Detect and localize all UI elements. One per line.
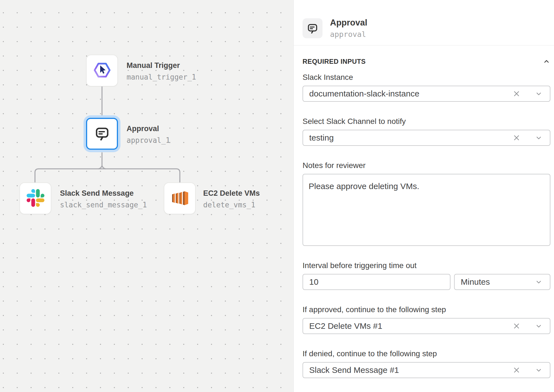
node-manual-trigger[interactable] (86, 55, 118, 86)
notes-label: Notes for reviewer (303, 161, 550, 170)
notes-textarea[interactable]: Please approve deleting VMs. (303, 174, 550, 246)
clear-icon[interactable] (513, 366, 520, 374)
node-label-manual-trigger: Manual Trigger manual_trigger_1 (127, 62, 196, 81)
node-title: EC2 Delete VMs (203, 189, 260, 198)
clear-icon[interactable] (513, 322, 520, 330)
node-title: Approval (127, 125, 170, 133)
node-id: delete_vms_1 (203, 201, 260, 209)
panel-title: Approval (330, 18, 367, 27)
step-config-panel: Approval approval REQUIRED INPUTS Slack … (293, 0, 554, 392)
chevron-down-icon[interactable] (535, 90, 543, 98)
slack-instance-label: Slack Instance (303, 73, 550, 82)
slack-instance-value: documentation-slack-instance (309, 89, 513, 98)
node-slack-send-message[interactable] (19, 182, 51, 214)
slack-channel-select[interactable]: testing (303, 130, 550, 146)
clear-icon[interactable] (513, 90, 520, 98)
interval-label: Interval before triggering time out (303, 261, 550, 270)
slack-icon (27, 189, 44, 208)
node-approval[interactable] (86, 118, 118, 150)
slack-channel-value: testing (309, 133, 513, 142)
workflow-builder-app: Manual Trigger manual_trigger_1 Approval… (0, 0, 554, 392)
if-approved-step-select[interactable]: EC2 Delete VMs #1 (303, 318, 550, 334)
slack-instance-select[interactable]: documentation-slack-instance (303, 86, 550, 102)
workflow-canvas[interactable]: Manual Trigger manual_trigger_1 Approval… (0, 0, 293, 392)
interval-unit-value: Minutes (461, 277, 535, 287)
node-label-approval: Approval approval_1 (127, 125, 170, 144)
interval-unit-select[interactable]: Minutes (454, 274, 550, 290)
interval-row: Minutes (303, 274, 550, 290)
chevron-down-icon[interactable] (535, 322, 543, 330)
node-title: Manual Trigger (127, 62, 196, 70)
node-id: manual_trigger_1 (127, 73, 196, 81)
node-id: slack_send_message_1 (60, 201, 147, 209)
ec2-icon (169, 187, 191, 210)
if-approved-value: EC2 Delete VMs #1 (309, 321, 513, 331)
section-title: REQUIRED INPUTS (303, 58, 366, 65)
if-approved-label: If approved, continue to the following s… (303, 306, 550, 314)
if-denied-value: Slack Send Message #1 (309, 365, 513, 375)
approval-icon (303, 18, 323, 38)
node-id: approval_1 (127, 136, 170, 144)
clear-icon[interactable] (513, 134, 520, 142)
interval-value-input[interactable] (303, 274, 450, 290)
node-title: Slack Send Message (60, 189, 147, 198)
panel-header-text: Approval approval (330, 18, 367, 39)
panel-header-divider (294, 45, 554, 45)
node-ec2-delete-vms[interactable] (164, 182, 196, 214)
panel-header: Approval approval (294, 0, 554, 45)
if-denied-step-select[interactable]: Slack Send Message #1 (303, 362, 550, 378)
required-inputs-section-header: REQUIRED INPUTS (303, 58, 550, 65)
panel-body: REQUIRED INPUTS Slack Instance documenta… (294, 58, 554, 386)
chevron-down-icon[interactable] (535, 278, 543, 286)
node-label-slack-send-message: Slack Send Message slack_send_message_1 (60, 189, 147, 209)
chevron-down-icon[interactable] (535, 366, 543, 374)
approval-icon (95, 126, 110, 142)
if-denied-label: If denied, continue to the following ste… (303, 350, 550, 358)
manual-trigger-icon (94, 62, 111, 80)
node-label-ec2-delete-vms: EC2 Delete VMs delete_vms_1 (203, 189, 260, 209)
chevron-up-icon[interactable] (543, 58, 550, 65)
panel-subtitle: approval (330, 30, 367, 39)
chevron-down-icon[interactable] (535, 134, 543, 142)
slack-channel-label: Select Slack Channel to notify (303, 117, 550, 126)
